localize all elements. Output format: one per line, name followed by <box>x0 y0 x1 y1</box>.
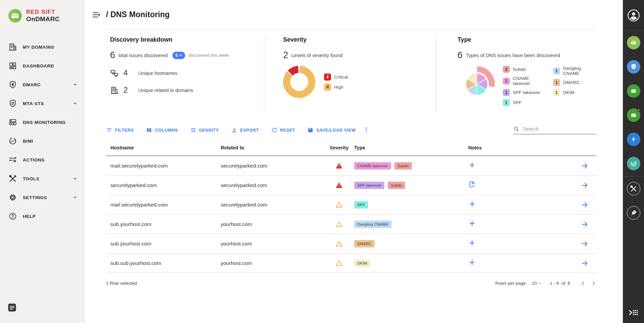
left-sidebar: RED SIFT OnDMARC MY DOMAINSDASHBOARDDMAR… <box>0 0 85 323</box>
chevron-down-icon[interactable] <box>73 195 77 200</box>
open-row-button[interactable] <box>581 201 589 209</box>
legend-count-chip: 2 <box>324 74 331 81</box>
table-row[interactable]: sub.yourhost.comyourhost.comDangling CNA… <box>106 215 596 234</box>
reset-button[interactable]: RESET <box>271 127 295 133</box>
cell-type: DMARC <box>354 240 464 247</box>
add-note-button[interactable] <box>468 239 476 247</box>
sidebar-item-dmarc[interactable]: DMARC <box>0 75 84 94</box>
legend-item: 1SPF <box>503 99 546 106</box>
summary-cards: Discovery breakdown 6 total issues disco… <box>106 30 596 111</box>
toolbar-button-label: EXPORT <box>240 128 259 133</box>
sidebar-item-my-domains[interactable]: MY DOMAINS <box>0 38 84 56</box>
sidebar-item-dashboard[interactable]: DASHBOARD <box>0 56 84 75</box>
sidebar-item-tools[interactable]: TOOLS <box>0 169 84 188</box>
column-header-hostname[interactable]: Hostname <box>110 145 221 150</box>
apps-grid-icon[interactable] <box>629 308 639 317</box>
filters-button[interactable]: FILTERS <box>106 127 134 133</box>
sidebar-item-settings[interactable]: SETTINGS <box>0 188 84 207</box>
save-icon <box>307 127 314 133</box>
brand-line1: RED SIFT <box>26 9 60 15</box>
table-row[interactable]: mail.securelyparked.comsecurelyparked.co… <box>106 195 596 215</box>
table-header: Hostname Related to Severity Type Notes <box>106 145 596 156</box>
sidebar-item-actions[interactable]: ACTIONS <box>0 150 84 169</box>
open-row-button[interactable] <box>581 240 589 248</box>
app-blue-shield-check-icon[interactable] <box>627 60 640 74</box>
next-page-button[interactable] <box>591 280 596 286</box>
legend-count-chip: 1 <box>503 99 510 106</box>
legend-count-chip: 1 <box>553 67 560 75</box>
cell-hostname: sub.yourhost.com <box>110 241 221 247</box>
app-green-envelope-icon[interactable] <box>627 36 640 49</box>
cell-type: DKIM <box>354 260 464 267</box>
sidebar-item-dns-monitoring[interactable]: DNS MONITORING <box>0 113 84 132</box>
column-header-severity[interactable]: Severity <box>324 145 354 150</box>
table-row[interactable]: sub.yourhost.comyourhost.comDMARC <box>106 234 596 253</box>
domains-icon <box>110 86 119 95</box>
toolbar-button-label: DENSITY <box>199 128 219 133</box>
open-row-button[interactable] <box>581 181 589 189</box>
severity-high-icon <box>324 260 354 267</box>
account-icon[interactable] <box>627 9 640 22</box>
column-header-type[interactable]: Type <box>354 145 464 150</box>
sidebar-item-mta-sts[interactable]: MTA-STS <box>0 94 84 113</box>
stat-label: Unique related to domains <box>138 88 193 93</box>
cell-hostname: sub.sub.yourhost.com <box>110 260 221 266</box>
cell-type: SPF <box>354 201 464 209</box>
table-row[interactable]: sub.sub.yourhost.comyourhost.comDKIM <box>106 253 596 273</box>
chat-widget-button[interactable] <box>7 303 17 312</box>
app-blue-bolt-icon[interactable] <box>627 133 640 146</box>
filter-icon <box>106 127 112 133</box>
density-button[interactable]: DENSITY <box>190 127 219 133</box>
discovery-stat: 2Unique related to domains <box>110 86 264 95</box>
table-row[interactable]: securelyparked.comsecurelyparked.comSPF … <box>106 176 596 195</box>
table-row[interactable]: mail.securelyparked.comsecurelyparked.co… <box>106 156 596 176</box>
type-tag: SPF takeover <box>354 182 384 189</box>
app-teal-radar-icon[interactable] <box>627 157 640 170</box>
cell-notes <box>464 200 547 209</box>
open-row-button[interactable] <box>581 259 589 267</box>
rows-per-page-select[interactable]: 10 <box>532 281 542 286</box>
pagination-range: 1 - 6 of 6 <box>550 281 570 286</box>
column-header-related-to[interactable]: Related to <box>221 145 324 150</box>
column-header-notes[interactable]: Notes <box>464 145 547 150</box>
app-green-envelope-badge-icon[interactable] <box>627 108 640 122</box>
add-note-button[interactable] <box>468 259 476 266</box>
notification-badge <box>637 109 640 112</box>
add-note-button[interactable] <box>468 161 476 169</box>
type-tag: Subdo <box>394 162 412 170</box>
more-options-button[interactable] <box>363 127 370 133</box>
severity-legend: 2Critical4High <box>324 74 348 91</box>
app-green-envelope-check-icon[interactable] <box>627 84 640 98</box>
discovery-breakdown-card: Discovery breakdown 6 total issues disco… <box>106 36 264 111</box>
save-load-view-button[interactable]: SAVE/LOAD VIEW <box>307 127 356 133</box>
columns-button[interactable]: COLUMNS <box>146 127 178 133</box>
open-row-button[interactable] <box>581 220 589 228</box>
add-note-button[interactable] <box>468 200 476 208</box>
sidebar-item-label: MTA-STS <box>23 101 44 106</box>
severity-critical-icon <box>324 162 354 170</box>
rail-divider <box>623 176 644 177</box>
cell-related-to: yourhost.com <box>221 241 324 247</box>
add-note-button[interactable] <box>468 220 476 227</box>
note-added-button[interactable] <box>468 181 476 188</box>
rail-rocket-icon[interactable] <box>627 206 640 220</box>
sidebar-item-label: DNS MONITORING <box>23 120 66 125</box>
previous-page-button[interactable] <box>580 280 586 286</box>
reset-icon <box>271 127 277 133</box>
cell-type: Dangling CNAME <box>354 221 464 228</box>
chevron-down-icon[interactable] <box>73 176 77 181</box>
rail-tools-icon[interactable] <box>627 182 640 195</box>
table-toolbar: FILTERSCOLUMNSDENSITYEXPORTRESETSAVE/LOA… <box>106 124 596 136</box>
search-input[interactable] <box>523 126 596 132</box>
type-count: 6 <box>458 50 463 60</box>
open-row-button[interactable] <box>581 162 589 170</box>
sidebar-collapse-icon[interactable] <box>92 10 101 19</box>
cell-open <box>573 181 596 189</box>
sidebar-item-help[interactable]: HELP <box>0 207 84 226</box>
table-body: mail.securelyparked.comsecurelyparked.co… <box>106 156 596 273</box>
chevron-down-icon[interactable] <box>73 101 77 106</box>
chevron-down-icon[interactable] <box>73 82 77 87</box>
right-app-rail <box>623 0 644 323</box>
sidebar-item-bimi[interactable]: LOGOBIMI <box>0 132 84 150</box>
export-button[interactable]: EXPORT <box>231 127 259 133</box>
